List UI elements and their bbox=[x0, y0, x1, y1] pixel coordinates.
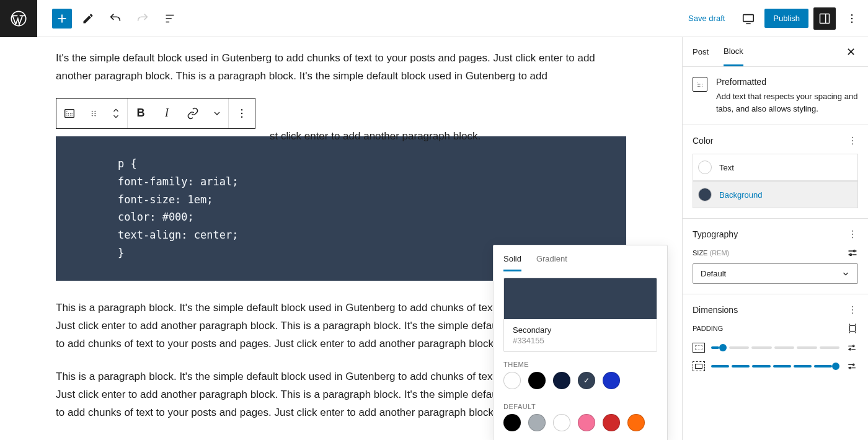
svg-point-17 bbox=[852, 140, 853, 141]
svg-point-8 bbox=[92, 113, 93, 114]
default-color-swatch[interactable] bbox=[603, 414, 620, 431]
svg-point-25 bbox=[852, 309, 853, 310]
save-draft-button[interactable]: Save draft bbox=[681, 9, 732, 28]
default-color-swatch[interactable] bbox=[528, 414, 546, 431]
svg-point-24 bbox=[852, 306, 853, 307]
italic-button[interactable]: I bbox=[154, 99, 180, 128]
editor-canvas[interactable]: It's the simple default block used in Gu… bbox=[0, 37, 682, 440]
theme-color-swatch[interactable] bbox=[553, 372, 570, 389]
block-description: Add text that respects your spacing and … bbox=[716, 90, 858, 115]
svg-rect-6 bbox=[65, 109, 74, 117]
default-color-swatch[interactable] bbox=[578, 414, 595, 431]
padding-slider-2[interactable] bbox=[711, 363, 839, 370]
edit-icon[interactable] bbox=[77, 7, 99, 30]
paragraph-block[interactable]: It's the simple default block used in Gu… bbox=[56, 50, 626, 86]
svg-point-19 bbox=[852, 231, 853, 232]
svg-point-13 bbox=[241, 109, 243, 111]
link-button[interactable] bbox=[180, 99, 206, 128]
svg-rect-2 bbox=[820, 14, 830, 23]
color-picker-popover: Solid Gradient Secondary #334155 THEME D… bbox=[493, 245, 668, 440]
padding-slider-1[interactable] bbox=[711, 344, 839, 351]
svg-point-4 bbox=[851, 17, 853, 19]
publish-button[interactable]: Publish bbox=[764, 9, 808, 28]
text-color-option[interactable]: Text bbox=[693, 154, 858, 181]
wordpress-logo[interactable] bbox=[0, 0, 37, 37]
color-panel-more-icon[interactable] bbox=[847, 135, 858, 146]
size-settings-icon[interactable] bbox=[847, 247, 858, 258]
dimensions-panel-title: Dimensions bbox=[693, 305, 738, 315]
block-type-button[interactable] bbox=[56, 99, 82, 128]
drag-handle-icon[interactable] bbox=[82, 99, 105, 128]
settings-sidebar: Post Block ✕ Preformatted Add text that … bbox=[682, 37, 868, 440]
block-more-button[interactable] bbox=[229, 99, 255, 128]
svg-point-3 bbox=[851, 14, 853, 15]
svg-rect-27 bbox=[850, 326, 856, 332]
color-hex-label: #334155 bbox=[513, 336, 648, 345]
svg-point-7 bbox=[92, 110, 93, 112]
undo-button[interactable] bbox=[104, 7, 126, 30]
svg-point-21 bbox=[852, 237, 853, 238]
svg-point-10 bbox=[94, 110, 95, 112]
default-color-swatch[interactable] bbox=[627, 414, 645, 431]
preview-button[interactable] bbox=[737, 7, 760, 30]
more-formatting-button[interactable] bbox=[206, 99, 228, 128]
svg-point-5 bbox=[851, 21, 853, 23]
default-colors-label: DEFAULT bbox=[494, 394, 667, 414]
svg-point-26 bbox=[852, 312, 853, 314]
background-color-swatch bbox=[698, 188, 712, 201]
color-panel-title: Color bbox=[693, 136, 713, 146]
tab-gradient[interactable]: Gradient bbox=[536, 254, 567, 271]
svg-point-12 bbox=[94, 115, 95, 116]
svg-point-14 bbox=[241, 113, 243, 115]
options-button[interactable] bbox=[841, 7, 863, 30]
size-select[interactable]: Default bbox=[693, 263, 858, 284]
paragraph-text-fragment: st click enter to add another paragraph … bbox=[270, 130, 480, 143]
slider-settings-icon[interactable] bbox=[846, 343, 858, 353]
dimensions-panel-more-icon[interactable] bbox=[847, 304, 858, 315]
svg-point-20 bbox=[852, 234, 853, 235]
svg-point-11 bbox=[94, 113, 95, 114]
block-toolbar: B I bbox=[56, 98, 255, 129]
theme-color-swatch[interactable] bbox=[603, 372, 620, 389]
move-buttons[interactable] bbox=[105, 99, 127, 128]
color-swatch-preview bbox=[504, 278, 657, 319]
svg-point-16 bbox=[852, 137, 853, 138]
svg-point-18 bbox=[852, 143, 853, 144]
bold-button[interactable]: B bbox=[128, 99, 154, 128]
padding-box-icon bbox=[693, 361, 705, 371]
tab-post[interactable]: Post bbox=[693, 38, 709, 65]
svg-point-9 bbox=[92, 115, 93, 116]
theme-color-swatch[interactable] bbox=[528, 372, 546, 389]
document-overview-button[interactable] bbox=[159, 7, 181, 30]
settings-toggle-button[interactable] bbox=[813, 7, 836, 30]
theme-color-swatch[interactable] bbox=[503, 372, 521, 389]
background-color-option[interactable]: Background bbox=[693, 181, 858, 208]
svg-point-15 bbox=[241, 116, 243, 118]
tab-block[interactable]: Block bbox=[724, 38, 743, 66]
block-title: Preformatted bbox=[716, 77, 858, 87]
typography-panel-title: Typography bbox=[693, 229, 738, 239]
color-name-label: Secondary bbox=[513, 325, 648, 335]
default-color-swatch[interactable] bbox=[503, 414, 521, 431]
padding-box-icon bbox=[693, 343, 705, 353]
preformatted-icon bbox=[693, 77, 707, 92]
close-icon[interactable]: ✕ bbox=[844, 43, 858, 61]
theme-colors-label: THEME bbox=[494, 352, 667, 372]
slider-settings-icon[interactable] bbox=[846, 361, 858, 371]
typography-panel-more-icon[interactable] bbox=[847, 229, 858, 240]
redo-button[interactable] bbox=[131, 7, 154, 30]
text-color-swatch bbox=[698, 161, 712, 174]
tab-solid[interactable]: Solid bbox=[503, 254, 521, 271]
theme-color-swatch[interactable] bbox=[578, 372, 595, 389]
svg-rect-1 bbox=[743, 14, 754, 21]
default-color-swatch[interactable] bbox=[553, 414, 570, 431]
padding-unlink-icon[interactable] bbox=[847, 323, 858, 334]
add-block-button[interactable] bbox=[52, 9, 72, 29]
